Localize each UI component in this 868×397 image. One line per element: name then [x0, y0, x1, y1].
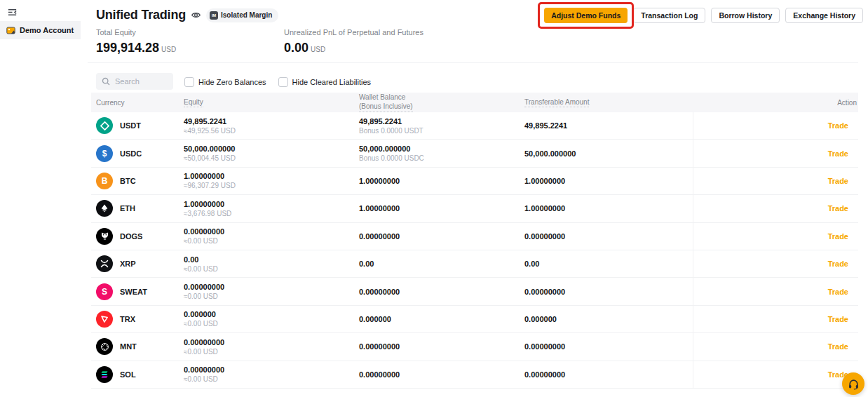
trade-link[interactable]: Trade — [828, 315, 848, 323]
search-input[interactable] — [114, 76, 172, 86]
transferable-cell: 1.00000000 — [524, 195, 565, 222]
borrow-history-button[interactable]: Borrow History — [711, 8, 780, 23]
trade-link[interactable]: Trade — [828, 204, 848, 213]
coin-symbol: BTC — [120, 177, 136, 185]
currency-cell: TRX — [96, 306, 135, 332]
cell-value: 0.00000000 — [184, 338, 224, 346]
currency-cell: USDT — [96, 112, 141, 139]
usd-estimate: ≈0.00 USD — [184, 265, 218, 273]
transaction-log-button[interactable]: Transaction Log — [633, 8, 705, 23]
trade-link[interactable]: Trade — [828, 260, 848, 268]
xrp-icon — [96, 255, 113, 272]
action-cell: Trade — [828, 333, 848, 360]
currency-cell: $USDC — [96, 140, 142, 166]
sidebar-item-demo-account[interactable]: Demo Account — [0, 21, 81, 39]
wallet-balance-cell: 0.00000000 — [359, 223, 400, 250]
cell-value: 0.00000000 — [184, 283, 224, 291]
stats-row: Total Equity 199,914.28USD Unrealized Pn… — [96, 28, 472, 55]
usd-estimate: ≈3,676.98 USD — [184, 210, 231, 217]
sweat-icon: S — [96, 283, 113, 300]
bonus-note: Bonus 0.0000 USDC — [359, 154, 424, 162]
table-row: SSWEAT0.00000000≈0.00 USD0.000000000.000… — [91, 278, 858, 305]
cell-value: 0.00000000 — [359, 342, 400, 351]
header-equity-label: Equity — [184, 98, 203, 107]
table-row: $USDC50,000.000000≈50,004.45 USD50,000.0… — [91, 140, 858, 167]
cell-value: 50,000.000000 — [359, 144, 424, 153]
equity-cell: 1.00000000≈3,676.98 USD — [184, 195, 231, 222]
collapse-sidebar-button[interactable] — [6, 6, 18, 18]
cell-value: 49,895.2241 — [359, 117, 423, 126]
trade-link[interactable]: Trade — [828, 288, 848, 296]
table-row: ETH1.00000000≈3,676.98 USD1.000000001.00… — [91, 195, 858, 222]
table-row: XRP0.00≈0.00 USD0.000.00Trade — [91, 250, 858, 278]
cell-value: 0.00000000 — [524, 342, 565, 351]
action-cell: Trade — [828, 195, 848, 222]
usd-estimate: ≈49,925.56 USD — [184, 127, 236, 135]
header-action: Action — [837, 93, 857, 112]
currency-cell: DOGS — [96, 223, 142, 250]
collapse-sidebar-icon — [7, 7, 18, 18]
wallet-balance-cell: 0.00000000 — [359, 333, 400, 360]
action-cell: Trade — [828, 278, 848, 304]
eth-icon — [96, 200, 113, 217]
sidebar-item-label: Demo Account — [20, 26, 74, 34]
mnt-icon — [96, 338, 113, 355]
search-icon — [102, 77, 110, 86]
cell-value: 0.000000 — [524, 315, 557, 323]
equity-cell: 0.00≈0.00 USD — [184, 250, 218, 277]
action-cell: Trade — [828, 140, 848, 166]
cell-value: 0.00 — [359, 260, 374, 268]
action-cell: Trade — [828, 112, 848, 139]
cell-value: 0.00000000 — [359, 370, 400, 379]
trade-link[interactable]: Trade — [828, 232, 848, 241]
usd-estimate: ≈0.00 USD — [184, 237, 224, 245]
unrealized-pnl-stat: Unrealized PnL of Perpetual and Futures … — [284, 28, 472, 55]
equity-cell: 0.000000≈0.00 USD — [184, 306, 218, 332]
support-fab-button[interactable] — [842, 372, 864, 395]
wallet-balance-cell: 1.00000000 — [359, 195, 400, 222]
table-row: TRX0.000000≈0.00 USD0.0000000.000000Trad… — [91, 306, 858, 333]
checkbox-label: Hide Zero Balances — [198, 78, 266, 86]
cell-value: 50,000.000000 — [524, 149, 576, 158]
action-cell: Trade — [828, 306, 848, 332]
coin-symbol: TRX — [120, 315, 135, 323]
equity-cell: 50,000.000000≈50,004.45 USD — [184, 140, 236, 166]
currency-cell: BBTC — [96, 168, 136, 194]
header-equity: Equity — [184, 93, 203, 112]
trade-link[interactable]: Trade — [828, 177, 848, 185]
filter-checkboxes: Hide Zero Balances Hide Cleared Liabilit… — [184, 77, 371, 87]
margin-mode-badge[interactable]: IM Isolated Margin — [206, 8, 278, 22]
header-wallet-balance: Wallet Balance (Bonus Inclusive) — [359, 93, 413, 112]
trade-link[interactable]: Trade — [828, 149, 848, 158]
transferable-cell: 50,000.000000 — [524, 140, 576, 166]
margin-mode-label: Isolated Margin — [221, 11, 272, 19]
hide-cleared-liabilities-checkbox[interactable]: Hide Cleared Liabilities — [278, 77, 372, 87]
section-divider — [88, 62, 858, 63]
eye-icon[interactable] — [191, 10, 201, 20]
wallet-balance-cell: 50,000.000000Bonus 0.0000 USDC — [359, 140, 424, 166]
adjust-demo-funds-button[interactable]: Adjust Demo Funds — [544, 8, 628, 23]
hide-zero-balances-checkbox[interactable]: Hide Zero Balances — [184, 77, 266, 87]
annotated-button-wrap: Adjust Demo Funds — [544, 8, 628, 23]
cell-value: 0.000000 — [184, 310, 218, 318]
unrealized-pnl-unit: USD — [311, 46, 325, 53]
cell-value: 0.00000000 — [184, 365, 224, 374]
isolated-margin-icon: IM — [210, 11, 218, 20]
trade-link[interactable]: Trade — [828, 342, 848, 351]
usd-estimate: ≈96,307.29 USD — [184, 182, 236, 189]
coin-symbol: USDT — [120, 121, 141, 130]
exchange-history-button[interactable]: Exchange History — [785, 8, 863, 23]
table-row: USDT49,895.2241≈49,925.56 USD49,895.2241… — [91, 112, 858, 140]
total-equity-unit: USD — [161, 46, 176, 53]
total-equity-stat: Total Equity 199,914.28USD — [96, 28, 284, 55]
usd-estimate: ≈0.00 USD — [184, 320, 218, 328]
cell-value: 0.00000000 — [184, 227, 224, 236]
header-transferable-label: Transferable Amount — [524, 98, 589, 107]
search-box[interactable] — [96, 73, 173, 90]
cell-value: 1.00000000 — [524, 177, 565, 185]
trx-icon — [96, 311, 113, 328]
table-body: USDT49,895.2241≈49,925.56 USD49,895.2241… — [91, 112, 858, 389]
cell-value: 0.000000 — [359, 315, 391, 323]
trade-link[interactable]: Trade — [828, 121, 848, 130]
transferable-cell: 0.00000000 — [524, 223, 565, 250]
